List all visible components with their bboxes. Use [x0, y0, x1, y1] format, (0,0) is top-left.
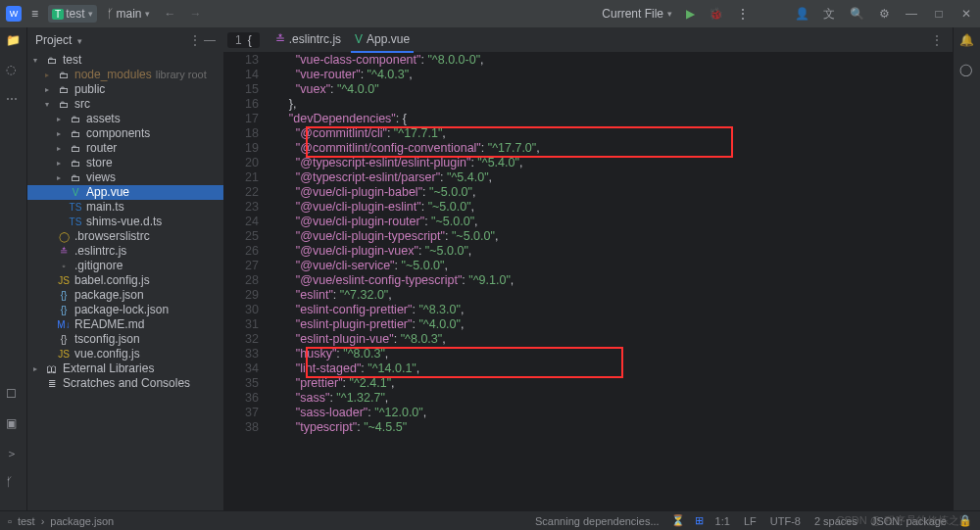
minimize-icon[interactable]: — — [904, 6, 919, 22]
tree-label: tsconfig.json — [74, 332, 140, 347]
code-line[interactable]: "sass-loader": "^12.0.0", — [269, 406, 953, 420]
encoding[interactable]: UTF-8 — [768, 515, 803, 527]
breadcrumb-item[interactable]: test — [18, 515, 35, 527]
tree-node[interactable]: ≛.eslintrc.js — [27, 244, 223, 259]
code-line[interactable]: "@vue/eslint-config-typescript": "^9.1.0… — [269, 273, 953, 288]
vcs-tool-icon[interactable]: ᚶ — [6, 475, 22, 491]
code-line[interactable]: }, — [269, 97, 953, 112]
tree-node[interactable]: JSbabel.config.js — [27, 273, 223, 288]
code-line[interactable]: "@typescript-eslint/eslint-plugin": "^5.… — [269, 156, 953, 170]
translate-icon[interactable]: 文 — [821, 6, 837, 22]
tree-label: External Libraries — [63, 361, 154, 376]
project-tool-icon[interactable]: 📁 — [6, 33, 22, 49]
code-line[interactable]: "eslint": "^7.32.0", — [269, 288, 953, 303]
settings-icon[interactable]: ⚙ — [876, 6, 892, 22]
vcs-branch-chip[interactable]: ᚶ main ▾ — [103, 5, 154, 23]
tree-node[interactable]: TSmain.ts — [27, 200, 223, 215]
code-with-me-icon[interactable]: 👤 — [794, 6, 809, 22]
tree-node[interactable]: ▸🗀node_moduleslibrary root — [27, 68, 223, 82]
code-line[interactable]: "@vue/cli-plugin-babel": "~5.0.0", — [269, 185, 953, 200]
breadcrumb-item[interactable]: package.json — [50, 515, 114, 527]
code-line[interactable]: "eslint-config-prettier": "^8.3.0", — [269, 303, 953, 317]
tree-node[interactable]: ▸🗀views — [27, 170, 223, 185]
line-gutter: 1314151617181920212223242526272829303132… — [223, 53, 269, 510]
code-line[interactable]: "sass": "^1.32.7", — [269, 391, 953, 406]
tab-label: .eslintrc.js — [289, 32, 341, 46]
search-icon[interactable]: 🔍 — [849, 6, 864, 22]
main-menu-icon[interactable]: ≡ — [27, 5, 42, 23]
tree-node[interactable]: ▸🗀router — [27, 141, 223, 156]
tree-node[interactable]: ▾🗀src — [27, 97, 223, 112]
tree-label: store — [86, 156, 113, 170]
tree-node[interactable]: ◦.gitignore — [27, 259, 223, 273]
close-icon[interactable]: ✕ — [958, 6, 974, 22]
structure-tool-icon[interactable]: ⋯ — [6, 92, 22, 108]
tree-node[interactable]: {}package.json — [27, 288, 223, 303]
tree-node[interactable]: ▸🗀public — [27, 82, 223, 97]
project-chip[interactable]: T test ▾ — [48, 5, 97, 23]
tree-node[interactable]: ▸🗀assets — [27, 112, 223, 126]
line-sep[interactable]: LF — [742, 515, 759, 527]
code-line[interactable]: "vuex": "^4.0.0" — [269, 82, 953, 97]
code-line[interactable]: "prettier": "^2.4.1", — [269, 376, 953, 391]
code-line[interactable]: "@vue/cli-plugin-router": "~5.0.0", — [269, 215, 953, 229]
tree-label: vue.config.js — [74, 347, 140, 361]
caret-pos[interactable]: 1:1 — [713, 515, 732, 527]
tree-node[interactable]: {}tsconfig.json — [27, 332, 223, 347]
crumb-brace: { — [248, 33, 252, 47]
problems-tool-icon[interactable]: ▣ — [6, 416, 22, 432]
code-line[interactable]: "lint-staged": "^14.0.1", — [269, 361, 953, 376]
tree-arrow-icon: ▸ — [57, 170, 67, 185]
commit-tool-icon[interactable]: ◌ — [6, 63, 22, 78]
tree-label: node_modules — [74, 68, 152, 82]
tree-node[interactable]: ▸🗀components — [27, 126, 223, 141]
notifications-icon[interactable]: 🔔 — [959, 33, 975, 49]
code-line[interactable]: "@vue/cli-service": "~5.0.0", — [269, 259, 953, 273]
code-line[interactable]: "@vue/cli-plugin-vuex": "~5.0.0", — [269, 244, 953, 259]
folder-icon: 🗀 — [69, 141, 82, 156]
run-icon[interactable]: ▶ — [682, 5, 699, 23]
code-line[interactable]: "vue-class-component": "^8.0.0-0", — [269, 53, 953, 68]
code-line[interactable]: "typescript": "~4.5.5" — [269, 420, 953, 435]
todo-tool-icon[interactable]: ☐ — [6, 387, 22, 403]
code-area[interactable]: 1314151617181920212223242526272829303132… — [223, 53, 953, 510]
code-line[interactable]: "eslint-plugin-prettier": "^4.0.0", — [269, 317, 953, 332]
ai-assist-icon[interactable]: ◯ — [959, 63, 975, 78]
tree-node[interactable]: {}package-lock.json — [27, 303, 223, 317]
code-line[interactable]: "devDependencies": { — [269, 112, 953, 126]
tree-node[interactable]: ≣Scratches and Consoles — [27, 376, 223, 391]
folder-icon: 🗀 — [57, 82, 71, 97]
maximize-icon[interactable]: □ — [931, 6, 947, 22]
code-line[interactable]: "husky": "^8.0.3", — [269, 347, 953, 361]
tree-arrow-icon: ▸ — [57, 112, 67, 126]
code-line[interactable]: "@vue/cli-plugin-typescript": "~5.0.0", — [269, 229, 953, 244]
tree-node[interactable]: ▾🗀test — [27, 53, 223, 68]
code-line[interactable]: "@commitlint/config-conventional": "^17.… — [269, 141, 953, 156]
tree-node[interactable]: ◯.browserslistrc — [27, 229, 223, 244]
code-lines[interactable]: "vue-class-component": "^8.0.0-0", "vue-… — [269, 53, 953, 510]
project-tree[interactable]: ▾🗀test▸🗀node_moduleslibrary root▸🗀public… — [27, 53, 223, 510]
tree-arrow-icon: ▸ — [45, 82, 55, 97]
nav-back-icon[interactable]: ← — [160, 5, 179, 23]
code-line[interactable]: "@vue/cli-plugin-eslint": "~5.0.0", — [269, 200, 953, 215]
code-line[interactable]: "@commitlint/cli": "^17.7.1", — [269, 126, 953, 141]
terminal-tool-icon[interactable]: ＞ — [6, 446, 22, 461]
debug-icon[interactable]: 🐞 — [705, 5, 727, 23]
tree-node[interactable]: TSshims-vue.d.ts — [27, 215, 223, 229]
nav-fwd-icon[interactable]: → — [185, 5, 205, 23]
code-line[interactable]: "@typescript-eslint/parser": "^5.4.0", — [269, 170, 953, 185]
tree-node[interactable]: ▸🕮External Libraries — [27, 361, 223, 376]
editor-tab[interactable]: VApp.vue — [351, 27, 414, 53]
tree-node[interactable]: ▸🗀store — [27, 156, 223, 170]
main-area: 📁 ◌ ⋯ ☐ ▣ ＞ ᚶ Project ▾ ⋮ — ▾🗀test▸🗀node… — [0, 27, 980, 510]
tabs-more-icon[interactable]: ⋮ — [931, 33, 949, 47]
code-line[interactable]: "vue-router": "^4.0.3", — [269, 68, 953, 82]
code-line[interactable]: "eslint-plugin-vue": "^8.0.3", — [269, 332, 953, 347]
editor-tab[interactable]: ≛.eslintrc.js — [271, 27, 345, 53]
more-icon[interactable]: ⋮ — [733, 5, 753, 23]
sidebar-title: Project — [35, 33, 72, 47]
tree-node[interactable]: M↓README.md — [27, 317, 223, 332]
run-config-selector[interactable]: Current File ▾ — [598, 5, 676, 23]
tree-node[interactable]: JSvue.config.js — [27, 347, 223, 361]
tree-node[interactable]: VApp.vue — [27, 185, 223, 200]
